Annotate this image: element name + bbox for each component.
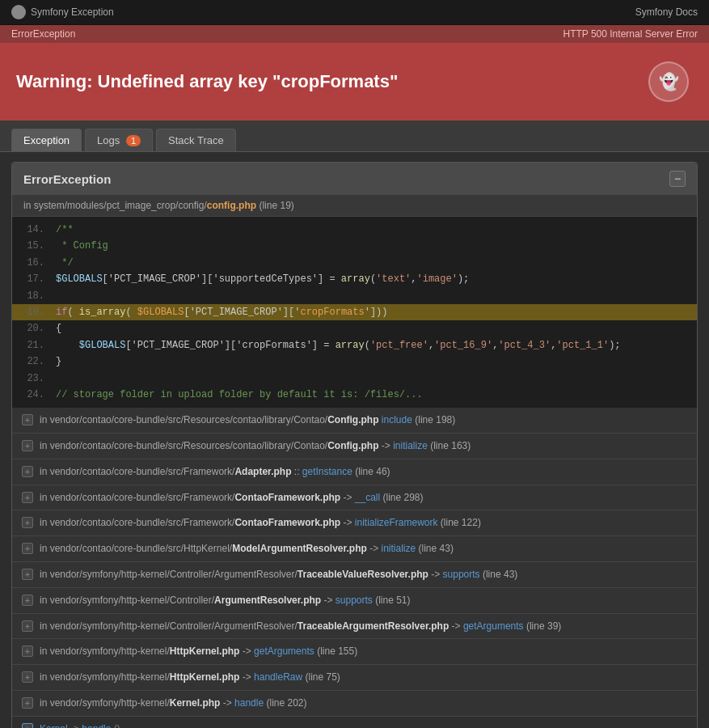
expand-button-6[interactable]: + [22, 543, 33, 554]
expand-button-2[interactable]: + [22, 440, 33, 451]
tab-stack-trace[interactable]: Stack Trace [156, 129, 236, 151]
code-line-19: 19. if( is_array( $GLOBALS['PCT_IMAGE_CR… [12, 304, 697, 320]
stack-text-4: in vendor/contao/core-bundle/src/Framewo… [40, 491, 687, 505]
top-nav-left-label: Symfony Exception [31, 6, 114, 18]
error-status: HTTP 500 Internal Server Error [563, 28, 698, 40]
stack-text-6: in vendor/contao/core-bundle/src/HttpKer… [40, 542, 687, 556]
top-nav: Symfony Exception Symfony Docs [0, 0, 709, 25]
stack-link-6[interactable]: initialize [382, 543, 416, 554]
expand-button-5[interactable]: + [22, 517, 33, 528]
error-bar: ErrorException HTTP 500 Internal Server … [0, 25, 709, 43]
exception-box: ErrorException − in system/modules/pct_i… [11, 162, 698, 728]
stack-item-11: + in vendor/symfony/http-kernel/HttpKern… [12, 665, 697, 691]
code-line-23: 23. [12, 370, 697, 387]
expand-button-3[interactable]: + [22, 466, 33, 477]
code-line-21: 21. $GLOBALS['PCT_IMAGE_CROP']['cropForm… [12, 337, 697, 353]
stack-item-3: + in vendor/contao/core-bundle/src/Frame… [12, 459, 697, 485]
stack-item-2: + in vendor/contao/core-bundle/src/Resou… [12, 434, 697, 459]
exception-header: ErrorException − [12, 163, 697, 195]
stack-link-2[interactable]: initialize [393, 440, 428, 451]
expand-button-12[interactable]: + [22, 697, 33, 709]
code-line-17: 17. $GLOBALS['PCT_IMAGE_CROP']['supporte… [12, 271, 697, 287]
stack-link-11[interactable]: handleRaw [254, 671, 302, 683]
stack-text-12: in vendor/symfony/http-kernel/Kernel.php… [40, 696, 687, 710]
stack-text-9: in vendor/symfony/http-kernel/Controller… [40, 620, 687, 633]
exception-title: ErrorException [23, 172, 111, 186]
ghost-icon: 👻 [636, 57, 693, 106]
stack-item-4: + in vendor/contao/core-bundle/src/Frame… [12, 485, 697, 511]
symfony-logo-icon [11, 5, 26, 19]
expand-button-9[interactable]: + [22, 620, 33, 632]
expand-button-13[interactable]: + [22, 723, 33, 728]
stack-item-1: + in vendor/contao/core-bundle/src/Resou… [12, 408, 697, 434]
stack-link-handle[interactable]: handle [82, 723, 111, 728]
stack-item-8: + in vendor/symfony/http-kernel/Controll… [12, 588, 697, 614]
stack-text-1: in vendor/contao/core-bundle/src/Resourc… [40, 413, 687, 427]
expand-button-8[interactable]: + [22, 595, 33, 606]
stack-item-7: + in vendor/symfony/http-kernel/Controll… [12, 562, 697, 588]
stack-text-10: in vendor/symfony/http-kernel/HttpKernel… [40, 645, 687, 658]
stack-link-3[interactable]: getInstance [302, 466, 352, 477]
error-type: ErrorException [11, 28, 75, 40]
stack-text-5: in vendor/contao/core-bundle/src/Framewo… [40, 516, 687, 530]
stack-text-7: in vendor/symfony/http-kernel/Controller… [40, 568, 687, 582]
stack-link-10[interactable]: getArguments [254, 645, 314, 657]
file-prefix: in system/modules/pct_image_crop/config/… [23, 200, 294, 211]
stack-text-13: Kernel -> handle () in web/Index.php (li… [40, 722, 687, 728]
warning-title: Warning: Undefined array key "cropFormat… [16, 71, 398, 92]
code-line-16: 16. */ [12, 255, 697, 271]
collapse-button[interactable]: − [669, 171, 686, 187]
stack-text-8: in vendor/symfony/http-kernel/Controller… [40, 594, 687, 607]
stack-text-2: in vendor/contao/core-bundle/src/Resourc… [40, 439, 687, 453]
stack-link-12[interactable]: handle [234, 697, 264, 709]
code-line-24: 24. // storage folder in upload folder b… [12, 387, 697, 403]
logs-badge: 1 [126, 135, 141, 146]
stack-items-list: + in vendor/contao/core-bundle/src/Resou… [12, 408, 697, 728]
stack-item-12: + in vendor/symfony/http-kernel/Kernel.p… [12, 691, 697, 717]
file-location: in system/modules/pct_image_crop/config/… [12, 195, 697, 217]
stack-item-5: + in vendor/contao/core-bundle/src/Frame… [12, 510, 697, 536]
ghost-circle: 👻 [648, 61, 689, 102]
expand-button-7[interactable]: + [22, 569, 33, 580]
main-content: ErrorException − in system/modules/pct_i… [0, 152, 709, 728]
stack-link-kernel[interactable]: Kernel [40, 723, 68, 728]
warning-header: Warning: Undefined array key "cropFormat… [0, 43, 709, 121]
expand-button-4[interactable]: + [22, 492, 33, 503]
stack-link-9[interactable]: getArguments [463, 620, 524, 632]
expand-button-11[interactable]: + [22, 671, 33, 683]
stack-link-5[interactable]: initializeFramework [355, 517, 438, 528]
code-block: 14. /** 15. * Config 16. */ 17. $GLOBALS… [12, 217, 697, 408]
tab-logs[interactable]: Logs 1 [85, 129, 153, 151]
stack-item-6: + in vendor/contao/core-bundle/src/HttpK… [12, 536, 697, 562]
file-name: config.php [207, 200, 256, 211]
stack-item-9: + in vendor/symfony/http-kernel/Controll… [12, 614, 697, 640]
stack-text-3: in vendor/contao/core-bundle/src/Framewo… [40, 465, 687, 479]
top-nav-left: Symfony Exception [11, 5, 114, 19]
stack-link-4[interactable]: __call [355, 492, 380, 503]
code-line-22: 22. } [12, 353, 697, 370]
expand-button-1[interactable]: + [22, 414, 33, 425]
tabs-bar: Exception Logs 1 Stack Trace [0, 121, 709, 152]
top-nav-right: Symfony Docs [635, 6, 698, 18]
code-line-15: 15. * Config [12, 238, 697, 254]
expand-button-10[interactable]: + [22, 645, 33, 657]
stack-item-10: + in vendor/symfony/http-kernel/HttpKern… [12, 639, 697, 665]
code-line-14: 14. /** [12, 222, 697, 238]
stack-item-13: + Kernel -> handle () in web/Index.php (… [12, 717, 697, 728]
top-nav-right-label: Symfony Docs [635, 6, 698, 18]
stack-text-11: in vendor/symfony/http-kernel/HttpKernel… [40, 671, 687, 684]
tab-exception[interactable]: Exception [11, 129, 82, 151]
stack-link-7[interactable]: supports [443, 569, 480, 580]
stack-link-8[interactable]: supports [336, 595, 373, 606]
code-line-18: 18. [12, 288, 697, 304]
stack-link-1[interactable]: include [382, 414, 412, 425]
code-line-20: 20. { [12, 320, 697, 336]
